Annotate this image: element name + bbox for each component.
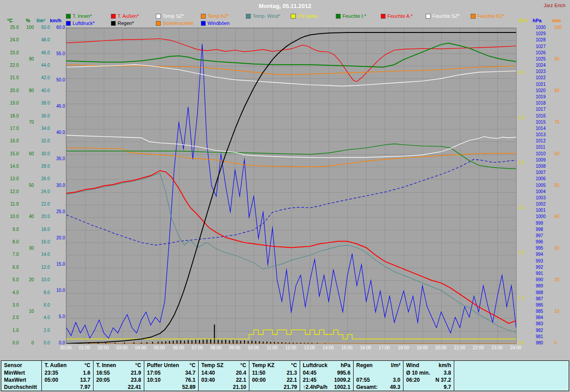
table-cell: 23:351.6 [41,369,93,376]
time-axis-tick: 16:00 [356,345,375,350]
table-cell-value: 76.1 [185,377,195,383]
legend-item-luftdruck[interactable]: Luftdruck* [66,20,111,26]
legend-item-feuchte-kz[interactable]: Feuchte KZ* [471,13,516,19]
axis-tick-temp: 23.0 [3,50,19,56]
legend-item-temp-wind[interactable]: Temp. Wind* [246,13,291,19]
axis-tick-pressure: 1018 [536,101,550,106]
table-header-regen: Regenl/m² [353,361,403,369]
axis-tick-wind: 50.0 [50,77,65,83]
axis-tick-hum: 70 [21,120,34,125]
table-cell: 21:451009.2 [300,376,353,384]
axis-tick-pressure: 994 [536,252,550,257]
legend-item-uv-index[interactable]: UV Index [291,13,336,19]
table-header-t-innen: T. Innen°C [93,361,144,369]
table-cell-time: Gesamt: [356,384,378,390]
time-axis-tick: 09:00 [225,345,244,350]
table-header-t-außen-value: °C [85,362,90,368]
table-cell: Gesamt:49.3 [353,384,403,391]
axis-tick-temp: 20.0 [3,88,19,93]
axis-tick-rain: 34.0 [35,126,50,131]
table-cell: 17:0534.7 [144,369,198,376]
legend-label: Temp. Wind* [252,13,280,19]
table-cell: 03:4022.1 [198,376,249,384]
table-header-luftdruck-value: hPa [341,362,350,368]
axis-tick-temp: 9.0 [3,227,19,232]
table-header-temp-kz-value: °C [291,362,297,368]
legend-item-feuchte-i[interactable]: Feuchte I.* [336,13,381,19]
table-cell: ↑2.4hPa/h1002.1 [300,384,353,391]
legend-row-2: Luftdruck*Regen*SonnenscheinWindböen [66,20,517,26]
axis-tick-uv: 3.0 [518,205,532,210]
axis-rain: 50.048.046.044.042.040.038.036.034.032.0… [35,0,50,392]
axis-tick-hum: 80 [21,88,34,93]
axis-tick-sun: 0 [554,340,566,346]
legend-label: Temp SZ* [163,13,184,19]
table-cell: 10:1076.1 [144,376,198,384]
axis-tick-pressure: 1014 [536,126,550,131]
axis-tick-rain: 44.0 [35,63,50,68]
legend-row-1: T. Innen*T. Außen*Temp SZ*Temp KZ*Temp. … [66,13,517,19]
axis-tick-sun: 90 [554,57,566,62]
axis-tick-pressure: 980 [536,340,550,346]
table-header-wind-value: km/h [439,362,451,368]
time-axis-tick: 19:00 [412,345,432,350]
axis-tick-wind: 35.0 [50,156,65,162]
axis-tick-pressure: 1013 [536,132,550,137]
axis-tick-temp: 0.0 [3,340,19,346]
axis-tick-pressure: 1011 [536,145,550,150]
table-header-temp-kz-time: Temp KZ [252,362,274,368]
axis-tick-pressure: 1029 [536,31,550,36]
table-cell-value: 1009.2 [334,377,350,383]
axis-tick-temp: 12.0 [3,189,19,194]
axis-tick-rain: 24.0 [35,189,50,194]
axis-tick-sun: 100 [554,25,566,30]
time-axis-tick: 00:00 [56,345,76,350]
table-cell-time: 17:05 [147,370,161,376]
axis-tick-hum: 40 [21,214,34,219]
axis-tick-rain: 46.0 [35,50,50,56]
axis-tick-hum: 10 [21,309,34,314]
legend-item-temp-sz[interactable]: Temp SZ* [156,13,201,19]
legend-item-windböen[interactable]: Windböen [201,20,246,26]
legend-item-feuchte-sz[interactable]: Feuchte SZ* [426,13,471,19]
legend-item-temp-kz[interactable]: Temp KZ* [201,13,246,19]
axis-tick-pressure: 986 [536,303,550,308]
legend-label: T. Innen* [73,13,92,19]
axis-tick-pressure: 1007 [536,170,550,175]
table-cell-time: 16:55 [96,370,110,376]
table-header-luftdruck-time: Luftdruck [303,362,327,368]
legend-color-chip-icon [336,14,341,19]
table-header-t-außen-time: T. Außen [45,362,67,368]
axis-tick-rain: 18.0 [35,227,50,232]
legend-item-feuchte-a[interactable]: Feuchte A.* [381,13,426,19]
axis-tick-temp: 8.0 [3,239,19,245]
axis-tick-sun: 30 [554,246,566,251]
axis-tick-rain: 38.0 [35,101,50,106]
axis-tick-temp: 10.0 [3,214,19,219]
time-axis-tick: 24:00 [506,345,525,350]
axis-tick-temp: 15.0 [3,151,19,157]
axis-tick-pressure: 1027 [536,44,550,49]
time-axis-tick: 01:00 [75,345,94,350]
axis-tick-pressure: 998 [536,227,550,232]
legend-item-t-innen[interactable]: T. Innen* [66,13,111,19]
table-cell: 07:553.0 [353,376,403,384]
axis-uv: 6.05.04.03.02.01.00.0 [518,0,532,392]
legend-item-regen[interactable]: Regen* [111,20,156,26]
table-cell: 22.41 [93,384,144,391]
time-axis-tick: 14:00 [318,345,338,350]
time-axis-tick: 11:00 [262,345,282,350]
table-header-t-innen-time: T. Innen [96,362,116,368]
table-cell-time: ↑2.4hPa/h [303,384,327,390]
axis-tick-wind: 25.0 [50,209,65,214]
time-axis-tick: 15:00 [337,345,357,350]
table-cell: 14:4020.4 [198,369,249,376]
table-header-t-außen: T. Außen°C [41,361,93,369]
axis-tick-temp: 4.0 [3,290,19,295]
table-cell-value: 1.6 [83,370,90,376]
weather-station-app: { "header": {"title": "Montag, 05.11.201… [0,0,570,392]
legend-color-chip-icon [156,14,161,19]
legend-color-chip-icon [246,14,251,19]
legend-item-t-außen[interactable]: T. Außen* [111,13,156,19]
legend-item-sonnenschein[interactable]: Sonnenschein [156,20,201,26]
